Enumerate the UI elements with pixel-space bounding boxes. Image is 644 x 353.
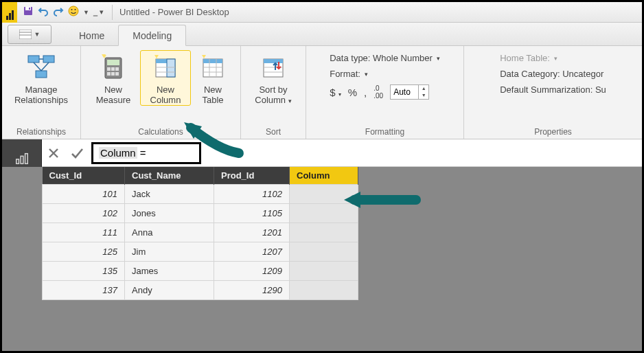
svg-rect-40 [25,154,27,164]
svg-rect-29 [203,59,222,63]
cell-cust-id[interactable]: 137 [43,281,125,300]
cell-new-column[interactable] [290,262,358,281]
formula-input[interactable]: Column = [91,142,201,164]
thousands-button[interactable]: , [364,87,367,98]
new-table-button[interactable]: New Table [192,50,233,106]
table-row[interactable]: 125Jim1207 [43,242,358,262]
currency-button[interactable]: $ ▾ [330,87,341,98]
group-properties: Properties [534,125,572,137]
cell-cust-name[interactable]: Jones [125,204,214,223]
cell-cust-id[interactable]: 102 [43,204,125,223]
table-row[interactable]: 135James1209 [43,262,358,281]
relationships-icon [26,52,56,82]
cell-cust-id[interactable]: 125 [43,242,125,262]
manage-relationships-button[interactable]: Manage Relationships [9,50,73,106]
col-new-column[interactable]: Column [290,167,358,185]
group-formatting: Formatting [365,125,404,137]
window-title: Untitled - Power BI Desktop [115,7,229,17]
col-prod-id[interactable]: Prod_Id [214,167,290,185]
group-relationships: Relationships [16,125,66,137]
cell-cust-name[interactable]: Andy [125,281,214,300]
cell-prod-id[interactable]: 1290 [214,281,290,300]
cell-prod-id[interactable]: 1207 [214,242,290,262]
cell-prod-id[interactable]: 1105 [214,204,290,223]
svg-rect-9 [28,56,39,62]
table-row[interactable]: 102Jones1105 [43,204,358,223]
sort-icon [258,52,288,82]
cell-cust-name[interactable]: Jim [125,242,214,262]
new-column-button[interactable]: New Column [140,50,191,106]
cell-cust-name[interactable]: James [125,262,214,281]
cell-cust-id[interactable]: 101 [43,185,125,204]
title-bar: ▼ ‗ ▾ Untitled - Power BI Desktop [2,2,642,23]
svg-rect-6 [19,30,32,39]
formula-cancel[interactable] [42,142,65,164]
cell-prod-id[interactable]: 1209 [214,262,290,281]
home-table-dropdown[interactable]: Home Table: ▾ [500,53,606,63]
svg-point-4 [71,9,73,10]
qat-dropdown-icon[interactable]: ‗ ▾ [93,8,104,16]
svg-rect-11 [36,71,47,78]
data-category-dropdown[interactable]: Data Category: Uncategor [500,69,606,79]
svg-line-13 [34,62,41,71]
data-grid[interactable]: Cust_Id Cust_Name Prod_Id Column 101Jack… [42,167,642,351]
table-icon [198,52,228,82]
formula-commit[interactable] [65,142,89,164]
quick-access-toolbar: ▼ ‗ ▾ [17,5,109,19]
svg-rect-21 [111,72,115,76]
svg-rect-22 [115,72,119,76]
cell-new-column[interactable] [290,223,358,242]
measure-icon [98,52,128,82]
svg-point-3 [69,6,78,16]
smiley-icon[interactable] [68,5,79,19]
cell-cust-id[interactable]: 135 [43,262,125,281]
decimals-stepper[interactable]: ▲▼ [390,84,429,100]
table-row[interactable]: 111Anna1201 [43,223,358,242]
tab-home[interactable]: Home [65,25,118,45]
svg-point-5 [75,9,76,10]
group-sort: Sort [266,125,281,137]
redo-icon[interactable] [53,5,64,19]
col-cust-name[interactable]: Cust_Name [125,167,214,185]
cell-new-column[interactable] [290,185,358,204]
cell-prod-id[interactable]: 1102 [214,185,290,204]
formula-bar: Column = [42,139,642,167]
tab-modeling[interactable]: Modeling [118,25,186,46]
cell-prod-id[interactable]: 1201 [214,223,290,242]
ribbon-tabbar: ▼ Home Modeling [2,23,642,46]
svg-rect-25 [167,59,175,77]
percent-button[interactable]: % [348,87,357,98]
group-calculations: Calculations [138,125,183,137]
svg-rect-38 [16,159,19,163]
default-summarization-dropdown[interactable]: Default Summarization: Su [500,84,606,95]
data-type-dropdown[interactable]: Data type: Whole Number ▾ [330,53,440,63]
svg-rect-35 [264,59,283,63]
svg-rect-18 [111,67,115,71]
column-icon [150,52,181,82]
sort-by-column-button[interactable]: Sort by Column ▾ [248,50,299,107]
table-row[interactable]: 101Jack1102 [43,185,358,204]
decimals-icon: .0.00 [373,84,383,100]
svg-rect-39 [21,156,23,163]
cell-new-column[interactable] [290,281,358,300]
cell-new-column[interactable] [290,204,358,223]
svg-rect-17 [107,67,111,71]
new-measure-button[interactable]: New Measure [88,50,139,106]
svg-rect-16 [107,60,119,65]
svg-rect-10 [43,56,54,62]
cell-cust-id[interactable]: 111 [43,223,125,242]
view-switcher[interactable]: ▼ [8,25,51,44]
app-icon [2,2,17,23]
cell-cust-name[interactable]: Anna [125,223,214,242]
undo-icon[interactable] [38,5,49,19]
cell-cust-name[interactable]: Jack [125,185,214,204]
ribbon: Manage Relationships Relationships New M… [2,46,642,139]
svg-rect-2 [29,8,30,10]
table-row[interactable]: 137Andy1290 [43,281,358,300]
format-dropdown[interactable]: Format: ▾ [330,69,440,79]
save-icon[interactable] [23,5,34,19]
cell-new-column[interactable] [290,242,358,262]
svg-rect-20 [107,72,111,76]
chevron-down-icon[interactable]: ▼ [83,9,89,16]
col-cust-id[interactable]: Cust_Id [43,167,125,185]
